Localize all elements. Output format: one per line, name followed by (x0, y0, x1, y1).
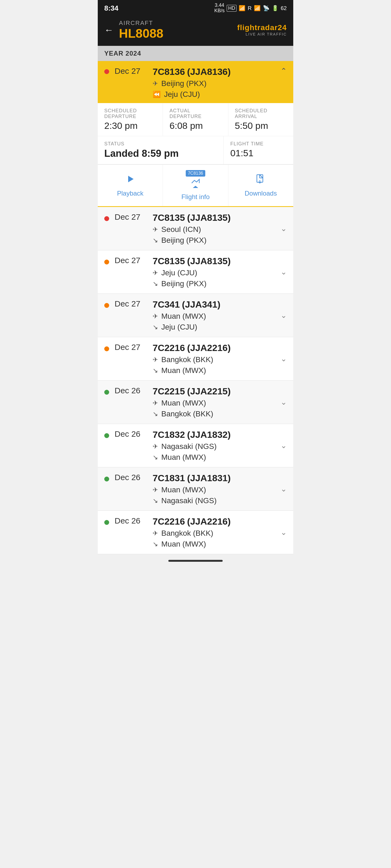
battery-level: 62 (281, 5, 287, 11)
flight-list-item[interactable]: Dec 27 7C2216 (JJA2216) ✈ Bangkok (BKK) … (98, 337, 293, 380)
scheduled-arrival-cell: SCHEDULED ARRIVAL 5:50 pm (228, 103, 293, 136)
flight-number: 7C8135 (152, 256, 185, 266)
year-section: YEAR 2024 (98, 46, 293, 61)
flight-list-item[interactable]: Dec 27 7C8135 (JJA8135) ✈ Jeju (CJU) ↘ B… (98, 250, 293, 294)
flight-number: 7C1832 (152, 429, 185, 440)
active-flight-number: 7C8136 (152, 66, 185, 77)
active-flight-dot (104, 69, 109, 74)
scheduled-departure-cell: SCHEDULED DEPARTURE 2:30 pm (98, 103, 163, 136)
status-icons: 3.44KB/s HD 📶 R 📶 📡 🔋 62 (214, 3, 287, 13)
collapse-chevron[interactable]: ⌃ (280, 66, 287, 75)
expand-chevron[interactable]: ⌄ (280, 268, 287, 276)
flight-date: Dec 27 (115, 212, 147, 222)
from-city: Seoul (ICN) (161, 225, 201, 234)
to-city: Jeju (CJU) (161, 323, 197, 332)
from-city: Jeju (CJU) (161, 269, 197, 277)
r-signal-icon: R (248, 5, 251, 11)
flight-dot (104, 433, 109, 438)
svg-line-2 (259, 175, 263, 178)
status-value: Landed 8:59 pm (104, 148, 217, 159)
expand-chevron[interactable]: ⌄ (280, 354, 287, 363)
departure-row: SCHEDULED DEPARTURE 2:30 pm ACTUAL DEPAR… (98, 103, 293, 136)
expand-chevron[interactable]: ⌄ (280, 398, 287, 407)
from-icon: ✈ (152, 312, 158, 320)
flight-list-item[interactable]: Dec 27 7C341 (JJA341) ✈ Muan (MWX) ↘ Jej… (98, 294, 293, 337)
expand-chevron[interactable]: ⌄ (280, 441, 287, 450)
status-bar: 8:34 3.44KB/s HD 📶 R 📶 📡 🔋 62 (98, 0, 293, 15)
from-city: Muan (MWX) (161, 312, 206, 321)
to-icon: ↘ (152, 497, 158, 504)
expand-chevron[interactable]: ⌄ (280, 311, 287, 320)
back-button[interactable]: ← (104, 25, 113, 35)
flight-alias: (JJA2215) (187, 386, 231, 396)
to-icon: ↘ (152, 540, 158, 548)
flight-time-value: 01:51 (230, 148, 287, 158)
flight-list-item[interactable]: Dec 26 7C2216 (JJA2216) ✈ Bangkok (BKK) … (98, 511, 293, 554)
flight-date: Dec 27 (115, 343, 147, 352)
downloads-icon (255, 174, 266, 187)
status-time: 8:34 (104, 4, 118, 12)
active-arrival: Jeju (CJU) (164, 90, 200, 99)
expand-chevron[interactable]: ⌄ (280, 528, 287, 537)
downloads-label: Downloads (245, 190, 277, 197)
from-icon: ✈ (152, 443, 158, 450)
signal2-icon: 📶 (254, 5, 261, 11)
playback-icon (125, 174, 136, 187)
flight-alias: (JJA1832) (187, 429, 231, 440)
flight-date: Dec 27 (115, 256, 147, 265)
active-flight-alias: (JJA8136) (187, 66, 231, 77)
flight-list-item[interactable]: Dec 27 7C8135 (JJA8135) ✈ Seoul (ICN) ↘ … (98, 207, 293, 250)
flight-number: 7C8135 (152, 212, 185, 223)
svg-marker-0 (128, 176, 134, 182)
to-icon: ↘ (152, 323, 158, 331)
hd-badge: HD (227, 5, 236, 12)
status-cell: STATUS Landed 8:59 pm (98, 136, 224, 164)
flight-dot (104, 390, 109, 395)
flight-list-item[interactable]: Dec 26 7C1831 (JJA1831) ✈ Muan (MWX) ↘ N… (98, 467, 293, 511)
flight-dot (104, 303, 109, 308)
to-city: Nagasaki (NGS) (161, 496, 217, 505)
from-city: Bangkok (BKK) (161, 355, 213, 364)
flight-info-grid: SCHEDULED DEPARTURE 2:30 pm ACTUAL DEPAR… (98, 103, 293, 165)
flight-number: 7C2216 (152, 516, 185, 527)
flight-dot (104, 259, 109, 265)
expand-chevron[interactable]: ⌄ (280, 224, 287, 233)
flight-info-button[interactable]: 7C8136 Flight info (163, 165, 228, 206)
flight-time-cell: FLIGHT TIME 01:51 (224, 136, 293, 164)
to-icon: ↘ (152, 280, 158, 287)
from-city: Nagasaki (NGS) (161, 442, 217, 451)
playback-button[interactable]: Playback (98, 165, 163, 206)
flight-list-item[interactable]: Dec 26 7C2215 (JJA2215) ✈ Muan (MWX) ↘ B… (98, 380, 293, 424)
flight-alias: (JJA1831) (187, 473, 231, 483)
flight-alias: (JJA2216) (187, 516, 231, 527)
downloads-button[interactable]: Downloads (228, 165, 293, 206)
flight-date: Dec 26 (115, 429, 147, 439)
arrival-icon: ⏪️ (152, 91, 161, 98)
brand-sub: LIVE AIR TRAFFIC (237, 32, 287, 36)
from-icon: ✈ (152, 486, 158, 494)
flight-alias: (JJA8135) (187, 256, 231, 266)
flight-list-item[interactable]: Dec 26 7C1832 (JJA1832) ✈ Nagasaki (NGS)… (98, 424, 293, 467)
wifi-icon: 📡 (263, 5, 270, 11)
to-icon: ↘ (152, 367, 158, 374)
from-city: Bangkok (BKK) (161, 529, 213, 538)
flight-dot (104, 476, 109, 482)
actual-departure-cell: ACTUAL DEPARTURE 6:08 pm (163, 103, 228, 136)
status-row: STATUS Landed 8:59 pm FLIGHT TIME 01:51 (98, 136, 293, 164)
header: ← AIRCRAFT HL8088 flightradar24 LIVE AIR… (98, 15, 293, 46)
flight-dot (104, 346, 109, 351)
scheduled-departure-value: 2:30 pm (104, 120, 156, 131)
flight-alias: (JJA8135) (187, 212, 231, 223)
active-flight-card[interactable]: Dec 27 7C8136 (JJA8136) ✈ Beijing (PKX) … (98, 61, 293, 103)
expand-chevron[interactable]: ⌄ (280, 485, 287, 493)
flight-info-label: Flight info (181, 193, 210, 201)
brand-name: flightradar24 (237, 23, 287, 32)
from-city: Muan (MWX) (161, 399, 206, 407)
flight-date: Dec 27 (115, 299, 147, 308)
flight-date: Dec 26 (115, 516, 147, 525)
from-icon: ✈ (152, 356, 158, 364)
aircraft-callsign: HL8088 (119, 27, 164, 40)
from-icon: ✈ (152, 269, 158, 277)
to-city: Bangkok (BKK) (161, 410, 213, 418)
home-indicator (98, 554, 293, 568)
